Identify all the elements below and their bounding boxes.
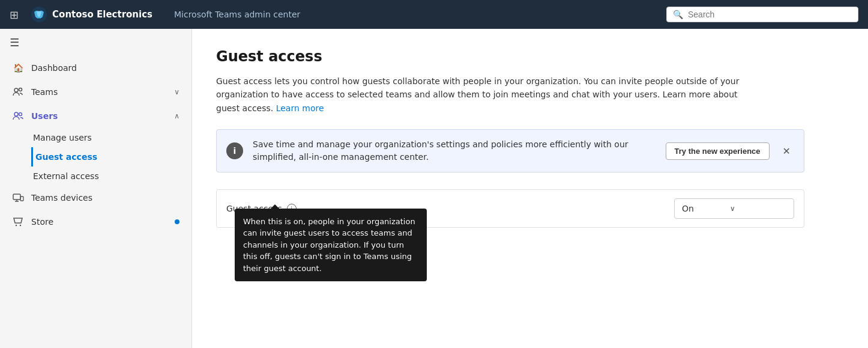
brand-icon (31, 6, 47, 23)
users-sub-menu: Manage users Guest access External acces… (0, 128, 191, 186)
store-badge (175, 219, 179, 224)
sidebar-item-users[interactable]: Users ∧ (0, 104, 191, 128)
users-chevron: ∧ (174, 112, 179, 120)
sidebar: ☰ 🏠 Dashboard Teams ∨ (0, 29, 192, 348)
users-icon (12, 110, 24, 122)
sidebar-item-dashboard[interactable]: 🏠 Dashboard (0, 56, 191, 80)
teams-devices-icon (12, 192, 24, 204)
sidebar-item-guest-access[interactable]: Guest access (31, 147, 191, 166)
sidebar-label-dashboard: Dashboard (31, 63, 179, 73)
svg-point-8 (20, 225, 21, 226)
svg-point-7 (16, 225, 17, 226)
sidebar-toggle[interactable]: ☰ (0, 29, 191, 56)
search-icon: 🔍 (673, 10, 683, 19)
sidebar-item-external-access[interactable]: External access (31, 166, 191, 186)
learn-more-link[interactable]: Learn more (276, 103, 324, 113)
svg-point-3 (14, 112, 18, 116)
svg-point-1 (14, 88, 18, 92)
store-icon (12, 216, 24, 228)
svg-point-2 (19, 88, 22, 91)
svg-point-4 (19, 113, 22, 116)
sidebar-label-teams: Teams (31, 87, 167, 97)
banner-info-icon: i (226, 142, 243, 159)
tooltip-text: When this is on, people in your organiza… (243, 217, 415, 273)
search-input[interactable] (688, 10, 852, 19)
svg-rect-5 (13, 194, 20, 200)
page-title: Guest access (216, 48, 844, 65)
info-banner: i Save time and manage your organization… (216, 129, 804, 172)
dashboard-icon: 🏠 (12, 62, 24, 74)
guest-access-tooltip: When this is on, people in your organiza… (235, 209, 427, 282)
brand-name: Contoso Electronics (52, 9, 152, 20)
guest-access-select[interactable]: On ∨ (674, 198, 794, 219)
top-header: ⊞ Contoso Electronics Microsoft Teams ad… (0, 0, 868, 29)
teams-icon (12, 86, 24, 98)
sidebar-label-store: Store (31, 217, 165, 227)
page-description: Guest access lets you control how guests… (216, 75, 756, 115)
sidebar-item-manage-users[interactable]: Manage users (31, 128, 191, 147)
brand-logo: Contoso Electronics (31, 6, 152, 23)
sidebar-item-teams[interactable]: Teams ∨ (0, 80, 191, 104)
guest-access-row: Guest access i On ∨ When this is on, peo… (216, 189, 804, 228)
banner-close-icon[interactable]: ✕ (779, 144, 794, 158)
search-bar[interactable]: 🔍 (666, 7, 858, 22)
grid-icon[interactable]: ⊞ (10, 8, 19, 21)
sidebar-item-teams-devices[interactable]: Teams devices (0, 186, 191, 210)
banner-text: Save time and manage your organization's… (253, 138, 656, 163)
main-layout: ☰ 🏠 Dashboard Teams ∨ (0, 29, 868, 348)
try-new-experience-button[interactable]: Try the new experience (666, 142, 770, 160)
sidebar-item-store[interactable]: Store (0, 210, 191, 234)
app-title: Microsoft Teams admin center (162, 10, 657, 19)
guest-access-value: On (682, 204, 694, 213)
content-area: Guest access Guest access lets you contr… (192, 29, 868, 348)
sidebar-label-users: Users (31, 111, 167, 121)
teams-chevron: ∨ (174, 88, 179, 96)
select-chevron-icon: ∨ (730, 204, 735, 213)
sidebar-label-teams-devices: Teams devices (31, 193, 179, 203)
